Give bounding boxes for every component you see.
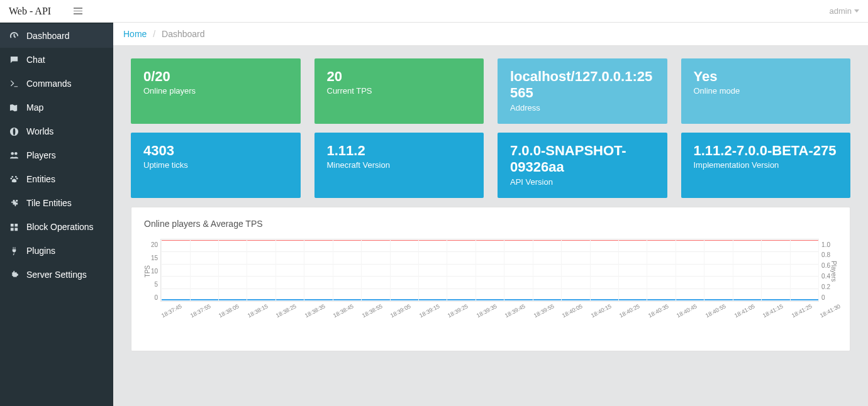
stat-card-implementation-version: 1.11.2-7.0.0-BETA-275Implementation Vers…	[681, 133, 851, 198]
x-tick: 18:38:55	[361, 303, 384, 319]
terminal-icon	[9, 79, 19, 89]
plug-icon	[9, 246, 19, 256]
stat-value: Yes	[694, 69, 838, 85]
sidebar-item-plugins[interactable]: Plugins	[0, 239, 113, 263]
sidebar-item-label: Tile Entities	[26, 198, 72, 208]
y-right-tick: 0.8	[821, 251, 830, 258]
sidebar-item-label: Server Settings	[26, 270, 87, 280]
breadcrumb-current: Dashboard	[162, 29, 205, 39]
x-tick: 18:38:15	[247, 303, 269, 319]
sidebar-item-entities[interactable]: Entities	[0, 167, 113, 191]
globe-icon	[9, 126, 19, 136]
sidebar-item-label: Plugins	[26, 246, 55, 256]
chart-panel: Online players & Average TPS TPS 2015105…	[131, 207, 850, 351]
stat-value: 0/20	[143, 69, 288, 85]
sidebar-item-map[interactable]: Map	[0, 96, 113, 119]
sidebar-item-dashboard[interactable]: Dashboard	[0, 24, 113, 48]
y-left-tick: 0	[155, 294, 159, 301]
menu-toggle-icon[interactable]	[74, 8, 82, 14]
chart-title: Online players & Average TPS	[144, 219, 837, 229]
stat-value: 4303	[143, 143, 288, 159]
x-tick: 18:40:55	[704, 303, 727, 319]
sidebar-item-tile-entities[interactable]: Tile Entities	[0, 191, 113, 215]
y-right-tick: 1.0	[821, 241, 830, 248]
y-right-tick: 0	[821, 294, 830, 301]
y-left-axis-label: TPS	[144, 265, 151, 277]
x-tick: 18:39:25	[447, 303, 469, 319]
x-tick: 18:39:05	[389, 303, 412, 319]
x-tick: 18:37:55	[189, 303, 212, 319]
puzzle-icon	[9, 198, 19, 208]
y-right-ticks: 1.00.80.60.40.20	[819, 241, 830, 301]
stat-value: 20	[327, 69, 472, 85]
paw-icon	[9, 174, 19, 184]
sidebar-item-block-operations[interactable]: Block Operations	[0, 215, 113, 239]
cards-row: 4303Uptime ticks1.11.2Minecraft Version7…	[131, 133, 850, 198]
stat-label: Address	[510, 103, 655, 112]
y-right-tick: 0.4	[821, 273, 830, 280]
x-tick: 18:40:05	[562, 303, 584, 319]
cards-row: 0/20Online players20Current TPSlocalhost…	[131, 58, 850, 124]
x-tick: 18:38:25	[275, 303, 298, 319]
y-left-tick: 15	[151, 255, 158, 261]
sidebar: DashboardChatCommandsMapWorldsPlayersEnt…	[0, 23, 113, 406]
x-tick: 18:40:35	[647, 303, 670, 319]
sidebar-item-label: Entities	[26, 174, 55, 184]
stat-value: 1.11.2	[327, 143, 472, 159]
sidebar-item-label: Block Operations	[26, 222, 94, 232]
x-tick: 18:40:25	[619, 303, 642, 319]
stat-value: 7.0.0-SNAPSHOT-09326aa	[510, 143, 655, 176]
user-menu[interactable]: admin	[830, 6, 859, 16]
stat-label: Online mode	[694, 86, 838, 96]
y-left-tick: 10	[151, 268, 158, 275]
brand: Web - API	[9, 6, 51, 17]
x-tick: 18:41:25	[791, 303, 813, 319]
sidebar-item-worlds[interactable]: Worlds	[0, 119, 113, 143]
chat-icon	[9, 55, 19, 65]
breadcrumb: Home / Dashboard	[113, 23, 868, 46]
x-tick: 18:41:15	[762, 303, 784, 319]
sidebar-item-label: Commands	[26, 79, 72, 89]
stat-label: Uptime ticks	[143, 160, 288, 170]
topbar: Web - API admin	[0, 0, 868, 23]
y-left-ticks: 20151050	[151, 241, 160, 301]
speedometer-icon	[9, 31, 19, 41]
user-label: admin	[830, 6, 852, 16]
gear-icon	[9, 270, 19, 280]
x-tick: 18:39:15	[418, 303, 441, 319]
sidebar-item-server-settings[interactable]: Server Settings	[0, 263, 113, 287]
stat-card-address: localhost/127.0.0.1:25565Address	[498, 58, 667, 124]
users-icon	[9, 150, 19, 160]
x-tick: 18:39:35	[476, 303, 498, 319]
sidebar-item-players[interactable]: Players	[0, 143, 113, 167]
y-right-tick: 0.2	[821, 283, 830, 290]
x-tick: 18:40:45	[676, 303, 699, 319]
x-tick: 18:40:15	[590, 303, 613, 319]
chevron-down-icon	[854, 9, 859, 13]
x-tick: 18:39:45	[504, 303, 526, 319]
stat-card-online-mode: YesOnline mode	[681, 58, 851, 124]
sidebar-item-chat[interactable]: Chat	[0, 48, 113, 72]
stat-card-uptime-ticks: 4303Uptime ticks	[131, 133, 301, 198]
tps-series-line	[161, 240, 818, 241]
stat-card-api-version: 7.0.0-SNAPSHOT-09326aaAPI Version	[498, 133, 667, 198]
breadcrumb-home[interactable]: Home	[123, 29, 147, 39]
stat-label: API Version	[510, 177, 655, 187]
plot-area	[160, 239, 819, 302]
sidebar-item-commands[interactable]: Commands	[0, 72, 113, 96]
stat-label: Online players	[143, 86, 288, 96]
stat-value: localhost/127.0.0.1:25565	[510, 69, 655, 102]
x-tick: 18:37:45	[160, 303, 183, 319]
x-ticks: 18:37:4518:37:5518:38:0518:38:1518:38:25…	[160, 302, 819, 333]
stat-card-current-tps: 20Current TPS	[314, 58, 484, 124]
y-right-tick: 0.6	[821, 262, 830, 269]
stat-label: Implementation Version	[694, 160, 838, 170]
stat-label: Minecraft Version	[327, 160, 472, 170]
sidebar-item-label: Chat	[26, 55, 45, 65]
y-left-tick: 20	[151, 241, 158, 248]
y-left-tick: 5	[155, 281, 159, 288]
sidebar-item-label: Map	[26, 102, 43, 112]
stat-card-minecraft-version: 1.11.2Minecraft Version	[314, 133, 484, 198]
stat-value: 1.11.2-7.0.0-BETA-275	[694, 143, 838, 159]
sidebar-item-label: Players	[26, 150, 56, 160]
